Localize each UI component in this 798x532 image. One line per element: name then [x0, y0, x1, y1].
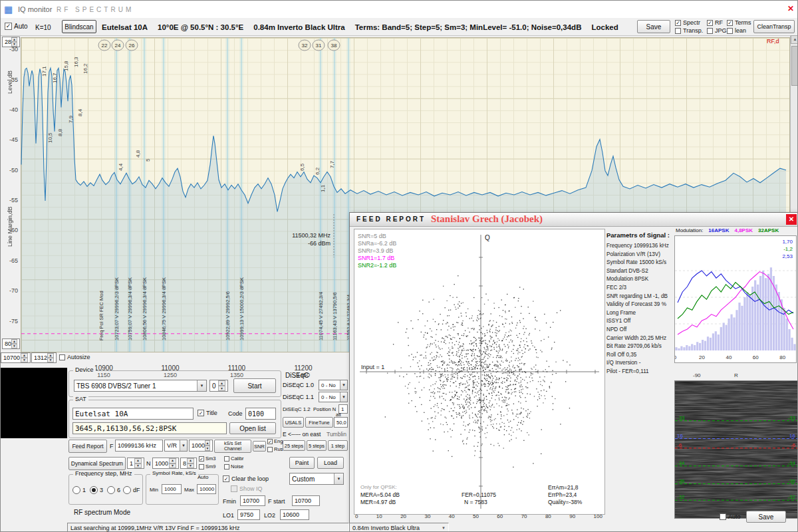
transp-checkbox[interactable]: Transp.: [675, 27, 703, 34]
span-spin-arrows[interactable]: ▲▼: [47, 353, 54, 362]
fmin-input[interactable]: 10700: [240, 495, 265, 506]
polarization-select[interactable]: V/R ▼: [164, 440, 188, 452]
lo1-input[interactable]: 9750: [237, 509, 260, 520]
lo2-input[interactable]: 10600: [280, 509, 309, 520]
feed-report-window: FEED REPORT Stanislav Grech (Jacobek) ✕ …: [349, 212, 798, 525]
min-input[interactable]: 1000: [162, 484, 182, 494]
sat-name-input[interactable]: Eutelsat 10A: [72, 408, 194, 420]
cleantransp-button[interactable]: CleanTransp: [753, 20, 795, 33]
snr-button[interactable]: SNR: [253, 441, 266, 452]
status-dish-dropdown-arrow[interactable]: ▼: [442, 526, 446, 530]
tuner-index-spinner[interactable]: 0 ▲▼: [209, 380, 228, 392]
max-input[interactable]: 10000: [197, 484, 216, 494]
bottom-level-spin-arrows[interactable]: ▲▼: [11, 339, 17, 348]
title-checkbox[interactable]: Title: [198, 410, 217, 416]
fstart-input[interactable]: 10700: [292, 495, 320, 506]
max-value: 10000: [200, 486, 214, 492]
dyn-count-spinner[interactable]: 1 ▲▼: [127, 458, 144, 469]
diseqc10-arrow[interactable]: ▼: [340, 380, 347, 390]
save-button[interactable]: Save: [637, 20, 670, 33]
symbolrate-arrows[interactable]: ▲▼: [205, 440, 210, 451]
eng-checkbox[interactable]: Eng: [267, 438, 283, 444]
svg-text:16,2: 16,2: [82, 63, 88, 74]
lean-checkbox[interactable]: lean: [727, 27, 746, 34]
feed-report-titlebar[interactable]: FEED REPORT Stanislav Grech (Jacobek) ✕: [350, 213, 798, 227]
steps1-button[interactable]: 1 step: [328, 440, 348, 451]
svg-text:-33: -33: [787, 415, 795, 421]
autosize-checkbox-box: [59, 354, 65, 360]
close-window-button[interactable]: ✕: [785, 3, 796, 14]
y-axis-tick: -50: [1, 167, 18, 174]
y-axis-tick: -75: [1, 318, 18, 325]
blindscan-button[interactable]: Blindscan: [62, 20, 96, 33]
sm3-checkbox[interactable]: Sm3: [199, 456, 215, 462]
tuning-summary: Eutelsat 10A 10°0E @ 50.5°N : 30.5°E 0.8…: [102, 21, 634, 33]
clear-loop-checkbox[interactable]: Clear the loop: [223, 475, 269, 482]
feed-report-close-button[interactable]: ✕: [786, 214, 797, 225]
polarization-arrow[interactable]: ▼: [180, 440, 187, 451]
steps25-button[interactable]: 25 steps: [283, 440, 305, 451]
step-6-radio[interactable]: 6: [107, 486, 120, 494]
y-axis-tick: -65: [1, 257, 18, 264]
diseqc11-arrow[interactable]: ▼: [340, 392, 347, 402]
att-input[interactable]: 50,0: [334, 417, 348, 428]
summary-position: 10°0E @ 50.5°N : 30.5°E: [158, 23, 243, 31]
step-df-radio[interactable]: dF: [123, 486, 140, 494]
autosize-checkbox[interactable]: Autosize: [59, 354, 90, 360]
jpg-checkbox[interactable]: JPG: [707, 27, 727, 34]
step-df-dot: [123, 486, 131, 494]
scrollbar-up-arrow[interactable]: ▲: [791, 35, 798, 44]
scrollbar-thumb[interactable]: [791, 46, 798, 86]
start-frequency-spin-arrows[interactable]: ▲▼: [21, 353, 28, 362]
spectr-checkbox[interactable]: Spectr: [675, 19, 700, 26]
step-3-radio[interactable]: 3: [90, 486, 103, 494]
start-button[interactable]: Start: [233, 378, 276, 393]
code-input[interactable]: 0100: [245, 408, 276, 420]
symbolrate-spinner[interactable]: 1000 ▲▼: [189, 440, 213, 452]
feed-save-button[interactable]: Save: [746, 511, 786, 523]
rf-checkbox[interactable]: RF: [707, 19, 723, 26]
diseqc10-select[interactable]: 0 - No ▼: [319, 380, 348, 390]
avg-spinner[interactable]: 8 ▲▼: [180, 458, 197, 469]
start-frequency-spinner[interactable]: 10700 ▲▼: [1, 352, 31, 363]
feed-auto-checkbox[interactable]: Auto: [720, 513, 741, 520]
bottom-level-spinner[interactable]: 80 ▲▼: [2, 338, 20, 349]
terms-checkbox[interactable]: Terms: [727, 19, 751, 26]
open-list-button[interactable]: Open list: [229, 422, 276, 434]
custom-arrow[interactable]: ▼: [334, 473, 343, 484]
sm9-checkbox[interactable]: Sm9: [199, 464, 215, 469]
y-axis-tick: -45: [1, 136, 18, 143]
set-channel-button[interactable]: kS/s Set Channel: [214, 440, 251, 453]
status-dish-cell[interactable]: 0.84m Inverto Black Ultra ▼: [349, 523, 449, 532]
rus-checkbox[interactable]: Rus: [267, 446, 283, 452]
n-arrows[interactable]: ▲▼: [169, 458, 176, 468]
show-iq-checkbox[interactable]: Show IQ: [231, 485, 263, 492]
scale-tick: 20: [400, 513, 406, 521]
step-1-radio[interactable]: 1: [72, 486, 86, 494]
frequency-input[interactable]: 10999136 kHz: [115, 440, 163, 452]
finetune-button[interactable]: FineTune: [305, 417, 333, 428]
tuner-index-arrows[interactable]: ▲▼: [218, 380, 225, 391]
calibr-checkbox[interactable]: Calibr: [224, 456, 244, 462]
dyn-count-arrows[interactable]: ▲▼: [134, 458, 142, 468]
svg-text:31: 31: [316, 43, 322, 49]
tuner-dropdown-arrow[interactable]: ▼: [197, 380, 206, 391]
load-button[interactable]: Load: [317, 457, 344, 469]
steps5-button[interactable]: 5 steps: [307, 440, 327, 451]
span-spinner[interactable]: 1312 ▲▼: [31, 352, 57, 363]
auto-checkbox[interactable]: Auto: [5, 23, 28, 30]
transponder-input[interactable]: 3645,R,16130,56,S2;8PSK: [72, 422, 227, 434]
max-label: Max: [184, 487, 194, 493]
avg-arrows[interactable]: ▲▼: [187, 458, 194, 468]
diseqc11-select[interactable]: 0 - No ▼: [319, 392, 348, 402]
tuner-select[interactable]: TBS 6908 DVBS/2 Tuner 1 ▼: [74, 380, 207, 392]
usals-button[interactable]: USALS: [283, 417, 304, 428]
paint-button[interactable]: Paint: [289, 457, 315, 469]
n-spinner[interactable]: 1000 ▲▼: [152, 458, 179, 469]
dynamical-spectrum-button[interactable]: Dynamical Spectrum: [68, 457, 126, 470]
snr-line: SNRa=-6.2 dB: [358, 240, 396, 247]
feed-report-button[interactable]: Feed Report: [68, 440, 107, 453]
custom-select[interactable]: Custom ▼: [289, 473, 344, 485]
param-line: NPD Off: [606, 326, 677, 334]
noise-checkbox[interactable]: Noise: [224, 464, 243, 469]
